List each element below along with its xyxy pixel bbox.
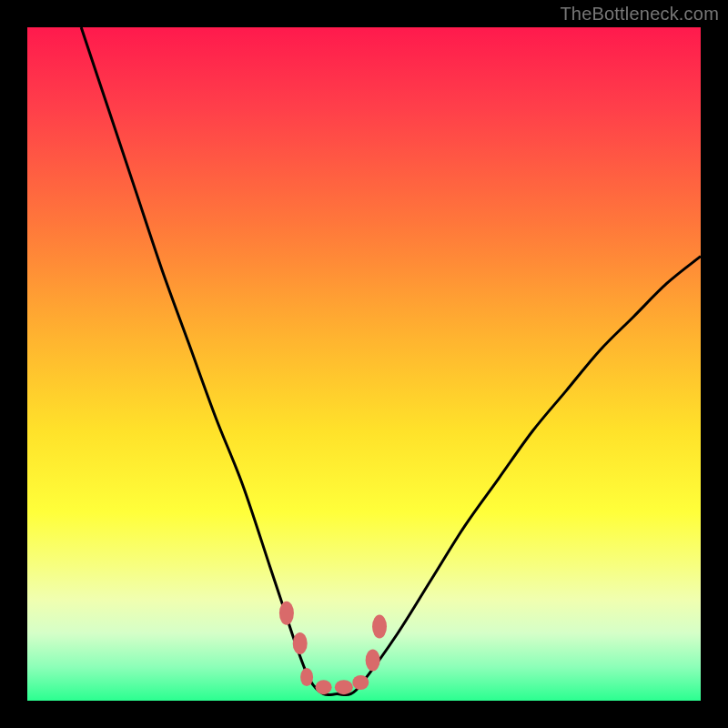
watermark-text: TheBottleneck.com — [560, 4, 719, 25]
chart-frame: TheBottleneck.com — [0, 0, 728, 728]
curve-marker — [279, 602, 294, 625]
curve-marker — [372, 615, 387, 639]
curve-marker — [335, 680, 353, 694]
curve-marker — [300, 668, 313, 686]
curve-marker — [316, 680, 332, 694]
curve-marker — [366, 650, 380, 672]
bottleneck-curve — [81, 27, 701, 695]
curve-markers — [279, 602, 387, 694]
chart-svg — [27, 27, 701, 701]
curve-marker — [293, 632, 308, 654]
curve-marker — [352, 675, 369, 690]
plot-area — [27, 27, 701, 701]
